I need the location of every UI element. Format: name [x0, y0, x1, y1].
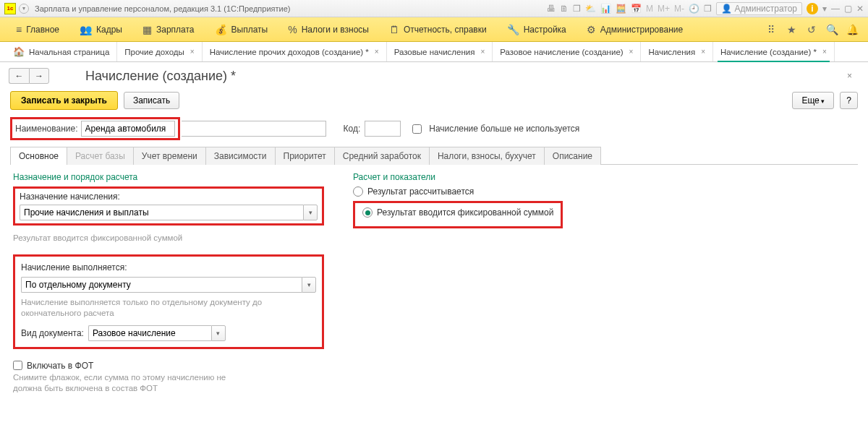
doc-dropdown-button[interactable] — [211, 325, 226, 341]
user-button[interactable]: 👤 Администратор — [716, 2, 802, 15]
doc-icon[interactable]: 🗎 — [560, 4, 569, 14]
nav-payments[interactable]: 💰Выплаты — [205, 24, 278, 35]
radio-label: Результат вводится фиксированной суммой — [377, 207, 553, 218]
info-icon[interactable]: i — [807, 3, 818, 14]
assign-combo[interactable] — [20, 205, 318, 220]
radio-calculated[interactable]: Результат рассчитывается — [353, 186, 664, 197]
close-icon[interactable]: × — [822, 48, 827, 56]
radio-fixed[interactable]: Результат вводится фиксированной суммой — [362, 207, 553, 218]
subtab-time[interactable]: Учет времени — [133, 147, 206, 165]
close-icon[interactable]: ✕ — [856, 4, 864, 14]
subtab-desc[interactable]: Описание — [544, 147, 601, 165]
star-icon[interactable]: ★ — [784, 24, 799, 35]
bell-icon[interactable]: 🔔 — [845, 24, 859, 35]
more-button[interactable]: Еще — [792, 92, 834, 109]
maximize-icon[interactable]: ▢ — [844, 4, 852, 14]
back-button[interactable]: ← — [9, 68, 29, 84]
nav-admin[interactable]: ⚙Администрирование — [576, 24, 693, 35]
nav-taxes[interactable]: %Налоги и взносы — [278, 24, 379, 35]
highlight-assignment: Назначение начисления: — [13, 186, 324, 226]
report-icon: 🗒 — [389, 24, 399, 35]
save-and-close-button[interactable]: Записать и закрыть — [10, 91, 118, 110]
search-icon[interactable]: 🔍 — [825, 24, 839, 35]
code-input[interactable] — [365, 121, 401, 137]
system-menu-dropdown[interactable] — [19, 4, 29, 14]
wrench-icon: 🔧 — [507, 24, 519, 35]
table-icon: ▦ — [142, 24, 152, 35]
tab-item[interactable]: Прочие доходы× — [117, 42, 202, 61]
name-input-ext[interactable] — [182, 121, 326, 137]
assign-hint: Результат вводится фиксированной суммой — [13, 233, 324, 244]
stats-icon[interactable]: 📊 — [600, 4, 611, 14]
exec-dropdown-button[interactable] — [302, 277, 316, 293]
apps-icon[interactable]: ⠿ — [764, 24, 778, 35]
subtab-avg[interactable]: Средний заработок — [334, 147, 430, 165]
name-code-row: Наименование: Код: Начисление больше не … — [0, 117, 868, 146]
m-minus-icon[interactable]: M- — [674, 4, 684, 14]
assign-dropdown-button[interactable] — [303, 205, 318, 220]
section-title-calc: Расчет и показатели — [353, 172, 664, 182]
subtab-base[interactable]: Расчет базы — [67, 147, 134, 165]
exec-combo[interactable] — [21, 277, 316, 293]
tab-item[interactable]: Начисление прочих доходов (создание) *× — [203, 42, 387, 61]
highlight-fixed-result: Результат вводится фиксированной суммой — [353, 201, 563, 228]
dropdown-icon[interactable]: ▾ — [822, 4, 827, 14]
gear-icon: ⚙ — [587, 24, 596, 35]
nav-salary[interactable]: ▦Зарплата — [132, 24, 205, 35]
calendar-icon[interactable]: 📅 — [631, 4, 642, 14]
tab-item-active[interactable]: Начисление (создание) *× — [713, 42, 835, 61]
close-page-button[interactable]: × — [847, 71, 852, 81]
nav-settings[interactable]: 🔧Настройка — [497, 24, 576, 35]
tab-home[interactable]: 🏠Начальная страница — [6, 42, 117, 61]
window-titlebar: 1c Зарплата и управление персоналом, ред… — [0, 0, 868, 17]
forward-button[interactable]: → — [29, 68, 49, 84]
history-icon[interactable]: ↺ — [804, 24, 819, 35]
close-icon[interactable]: × — [190, 48, 195, 56]
save-button[interactable]: Записать — [124, 92, 179, 109]
radio-label: Результат рассчитывается — [367, 186, 474, 197]
page-title: Начисление (создание) * — [85, 69, 236, 84]
clock-icon[interactable]: 🕘 — [689, 4, 699, 14]
radio-dot-selected — [362, 207, 373, 218]
window-icon[interactable]: ❐ — [704, 4, 712, 14]
close-icon[interactable]: × — [629, 48, 634, 56]
name-input[interactable] — [81, 121, 175, 137]
percent-icon: % — [288, 24, 297, 35]
subtab-main[interactable]: Основное — [10, 147, 67, 165]
nav-buttons: ← → — [9, 68, 49, 84]
help-button[interactable]: ? — [840, 92, 858, 109]
minimize-icon[interactable]: — — [831, 4, 840, 14]
tab-item[interactable]: Разовое начисление (создание)× — [493, 42, 641, 61]
tab-item[interactable]: Начисления× — [641, 42, 713, 61]
tab-content: Назначение и порядок расчета Назначение … — [0, 165, 868, 356]
m-icon[interactable]: M — [646, 4, 653, 14]
unused-checkbox[interactable] — [412, 124, 422, 134]
subtab-priority[interactable]: Приоритет — [275, 147, 335, 165]
subtab-taxes[interactable]: Налоги, взносы, бухучет — [429, 147, 545, 165]
doc-combo[interactable] — [88, 325, 226, 341]
nav-main[interactable]: ≡Главное — [6, 24, 69, 35]
fot-label: Включать в ФОТ — [27, 361, 93, 371]
action-bar: Записать и закрыть Записать Еще ? — [0, 87, 868, 117]
money-icon: 💰 — [215, 24, 227, 35]
m-plus-icon[interactable]: M+ — [658, 4, 670, 14]
assign-label: Назначение начисления: — [20, 192, 120, 202]
exec-input[interactable] — [21, 277, 302, 293]
save-icon[interactable]: ❐ — [573, 4, 581, 14]
nav-hr[interactable]: 👥Кадры — [69, 24, 132, 35]
doc-input[interactable] — [88, 325, 211, 341]
close-icon[interactable]: × — [701, 48, 705, 56]
subtab-deps[interactable]: Зависимости — [205, 147, 276, 165]
assign-input[interactable] — [20, 205, 303, 220]
window-title: Зарплата и управление персоналом, редакц… — [35, 4, 547, 13]
menu-icon: ≡ — [16, 24, 22, 35]
calc-icon[interactable]: 🧮 — [616, 4, 626, 14]
radio-dot — [353, 186, 363, 197]
close-icon[interactable]: × — [480, 48, 485, 56]
fot-checkbox[interactable] — [13, 361, 22, 370]
nav-reports[interactable]: 🗒Отчетность, справки — [379, 24, 497, 35]
print-icon[interactable]: 🖶 — [547, 4, 556, 14]
close-icon[interactable]: × — [375, 48, 379, 56]
cloud-icon[interactable]: ⛅ — [585, 4, 596, 14]
tab-item[interactable]: Разовые начисления× — [387, 42, 493, 61]
